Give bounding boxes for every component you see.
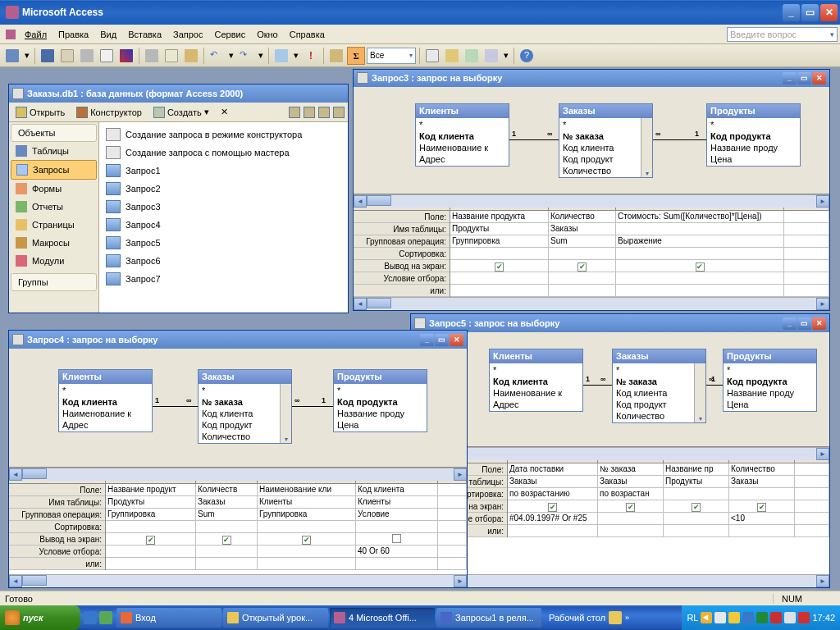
querytype-dropdown[interactable]: ▾ (292, 47, 300, 65)
view-list-icon[interactable] (318, 107, 330, 118)
clock[interactable]: 17:42 (812, 613, 835, 623)
table-header[interactable]: Заказы (559, 104, 652, 118)
q3-diagram[interactable]: Клиенты *Код клиентаНаименование кАдрес … (354, 87, 829, 194)
newobj-dropdown[interactable]: ▾ (502, 47, 510, 65)
grid-cell[interactable] (549, 285, 616, 296)
grid-cell[interactable]: Sum (196, 509, 258, 520)
table-header[interactable]: Заказы (199, 370, 291, 384)
q4-max-button[interactable]: ▭ (435, 334, 449, 346)
table-box[interactable]: Клиенты *Код клиентаНаименование кАдрес (415, 103, 509, 167)
grid-cell[interactable]: ✔ (729, 500, 795, 512)
grid-cell[interactable] (450, 285, 549, 296)
spell-button[interactable] (117, 47, 135, 65)
grid-cell[interactable]: Количество (549, 211, 616, 222)
grid-cell[interactable]: Код клиента (356, 484, 438, 495)
grid-cell[interactable]: ✔ (258, 533, 356, 545)
nav-modules[interactable]: Модули (11, 252, 97, 270)
dbwin-create-button[interactable]: Создать ▾ (150, 106, 212, 119)
grid-cell[interactable]: Заказы (549, 223, 616, 235)
grid-cell[interactable] (450, 272, 549, 284)
tray-icon[interactable]: ◄ (701, 612, 712, 623)
grid-cell[interactable]: ✔ (196, 533, 258, 545)
menu-query[interactable]: Запрос (167, 27, 208, 42)
grid-cell[interactable] (616, 248, 784, 259)
show-desktop[interactable]: Рабочий стол» (542, 605, 636, 630)
grid-cell[interactable]: Клиенты (356, 496, 438, 508)
newobj-button[interactable] (482, 47, 500, 65)
grid-cell[interactable]: Название продукта (450, 211, 549, 222)
grid-cell[interactable] (356, 558, 438, 569)
view-button[interactable] (3, 47, 21, 65)
maximize-button[interactable]: ▭ (801, 4, 819, 21)
nav-forms[interactable]: Формы (11, 180, 97, 198)
cut-button[interactable] (143, 47, 161, 65)
start-button[interactable]: пуск (0, 605, 80, 630)
hscroll[interactable]: ◄► (354, 194, 829, 208)
paste-button[interactable] (182, 47, 200, 65)
view-large-icon[interactable] (289, 107, 300, 118)
grid-cell[interactable] (106, 546, 196, 557)
grid-cell[interactable]: Выражение (616, 235, 784, 247)
grid-cell[interactable]: Количеств (196, 484, 258, 495)
tray-icon[interactable] (714, 612, 726, 623)
grid-cell[interactable] (549, 272, 616, 284)
querytype-button[interactable] (272, 47, 290, 65)
print-button[interactable] (78, 47, 96, 65)
grid-cell[interactable]: Продукты (664, 476, 729, 487)
list-item[interactable]: Запрос1 (103, 162, 345, 180)
query3-titlebar[interactable]: Запрос3 : запрос на выборку _ ▭ ✕ (354, 70, 829, 87)
grid-cell[interactable] (196, 521, 258, 532)
grid-cell[interactable] (450, 248, 549, 259)
grid-cell[interactable]: Sum (549, 235, 616, 247)
q3-max-button[interactable]: ▭ (797, 72, 811, 84)
view-small-icon[interactable] (304, 107, 315, 118)
grid-cell[interactable]: ✔ (664, 500, 729, 512)
q4-close-button[interactable]: ✕ (450, 334, 463, 346)
grid-cell[interactable]: ✔ (508, 500, 598, 512)
list-item[interactable]: Запрос5 (103, 234, 345, 252)
grid-cell[interactable] (196, 558, 258, 569)
nav-tables[interactable]: Таблицы (11, 142, 97, 160)
redo-button[interactable]: ↷ (237, 47, 255, 65)
grid-cell[interactable]: ✔ (616, 260, 784, 272)
list-item[interactable]: Запрос6 (103, 252, 345, 270)
tray-icon[interactable] (784, 612, 796, 623)
grid-cell[interactable]: № заказа (598, 463, 664, 475)
menu-window[interactable]: Окно (251, 27, 284, 42)
list-item[interactable]: Запрос3 (103, 198, 345, 216)
q5-grid[interactable]: Поле:я таблицы:ртировка:на экран:е отбор… (411, 460, 829, 537)
query5-titlebar[interactable]: Запрос5 : запрос на выборку _ ▭ ✕ (411, 314, 829, 332)
grid-cell[interactable]: Дата поставки (508, 463, 598, 475)
q4-grid[interactable]: Поле:Имя таблицы:Групповая операция:Сорт… (9, 481, 467, 570)
undo-button[interactable]: ↶ (208, 47, 226, 65)
control-menu-icon[interactable] (6, 30, 16, 39)
tray-icon[interactable] (756, 612, 768, 623)
close-button[interactable]: ✕ (820, 4, 838, 21)
showtable-button[interactable] (327, 47, 345, 65)
grid-cell[interactable]: Заказы (196, 496, 258, 508)
grid-cell[interactable] (729, 525, 795, 536)
tray-icon[interactable] (742, 612, 754, 623)
table-box[interactable]: Заказы *№ заказаКод клиентаКод продуктКо… (612, 349, 706, 423)
grid-cell[interactable]: <10 (729, 513, 795, 524)
q5-close-button[interactable]: ✕ (812, 317, 826, 330)
list-item[interactable]: Запрос7 (103, 270, 345, 288)
grid-cell[interactable] (616, 272, 784, 284)
grid-cell[interactable]: Продукты (450, 223, 549, 235)
grid-cell[interactable] (616, 285, 784, 296)
toprows-combo[interactable]: Все (367, 48, 416, 64)
menu-file[interactable]: Файл (19, 27, 52, 42)
grid-cell[interactable] (356, 533, 438, 545)
builder-button[interactable] (443, 47, 461, 65)
grid-cell[interactable]: Название пр (664, 463, 729, 475)
dbwin-button[interactable] (463, 47, 481, 65)
grid-cell[interactable]: Группировка (106, 509, 196, 520)
nav-pages[interactable]: Страницы (11, 216, 97, 234)
q5-diagram[interactable]: Клиенты *Код клиентаНаименование кАдрес … (411, 332, 829, 447)
redo-dropdown[interactable]: ▾ (257, 47, 265, 65)
menu-tools[interactable]: Сервис (208, 27, 251, 42)
table-header[interactable]: Клиенты (490, 349, 582, 363)
q5-min-button[interactable]: _ (783, 317, 797, 330)
table-header[interactable]: Продукты (724, 349, 816, 363)
task-button[interactable]: Запросы1 в реля... (436, 608, 541, 628)
